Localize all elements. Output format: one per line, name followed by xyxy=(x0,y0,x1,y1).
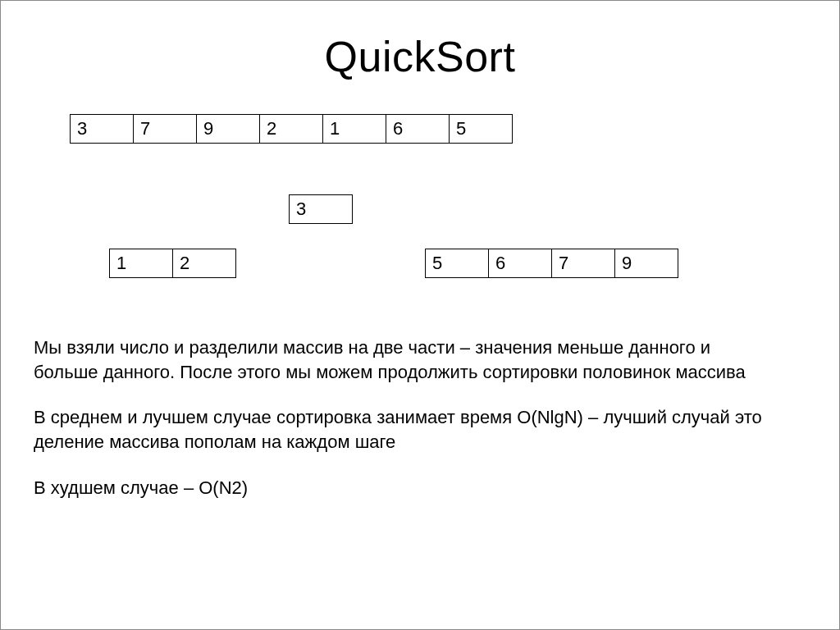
diagram: 3 7 9 2 1 6 5 3 1 2 5 6 7 9 xyxy=(70,114,806,278)
array-cell: 3 xyxy=(70,114,134,144)
array-cell: 9 xyxy=(614,249,678,278)
pivot: 3 xyxy=(289,194,806,224)
array-cell: 6 xyxy=(386,114,450,144)
array-cell: 7 xyxy=(133,114,197,144)
paragraph: В худшем случае – O(N2) xyxy=(34,476,772,500)
slide: QuickSort 3 7 9 2 1 6 5 3 1 2 5 6 7 9 xyxy=(0,0,840,630)
array-cell: 7 xyxy=(551,249,615,278)
array-cell: 5 xyxy=(449,114,513,144)
array-cell: 5 xyxy=(425,249,489,278)
array-cell: 2 xyxy=(259,114,323,144)
slide-title: QuickSort xyxy=(34,32,806,81)
array-cell: 1 xyxy=(322,114,386,144)
body-text: Мы взяли число и разделили массив на две… xyxy=(34,336,806,500)
paragraph: Мы взяли число и разделили массив на две… xyxy=(34,336,772,384)
paragraph: В среднем и лучшем случае сортировка зан… xyxy=(34,405,772,454)
partition-row: 1 2 5 6 7 9 xyxy=(70,249,806,278)
pivot-cell: 3 xyxy=(289,194,353,224)
initial-array: 3 7 9 2 1 6 5 xyxy=(70,114,806,144)
array-cell: 2 xyxy=(172,249,236,278)
array-cell: 1 xyxy=(109,249,173,278)
array-cell: 6 xyxy=(488,249,552,278)
left-partition: 1 2 xyxy=(109,249,236,278)
array-cell: 9 xyxy=(196,114,260,144)
right-partition: 5 6 7 9 xyxy=(425,249,678,278)
